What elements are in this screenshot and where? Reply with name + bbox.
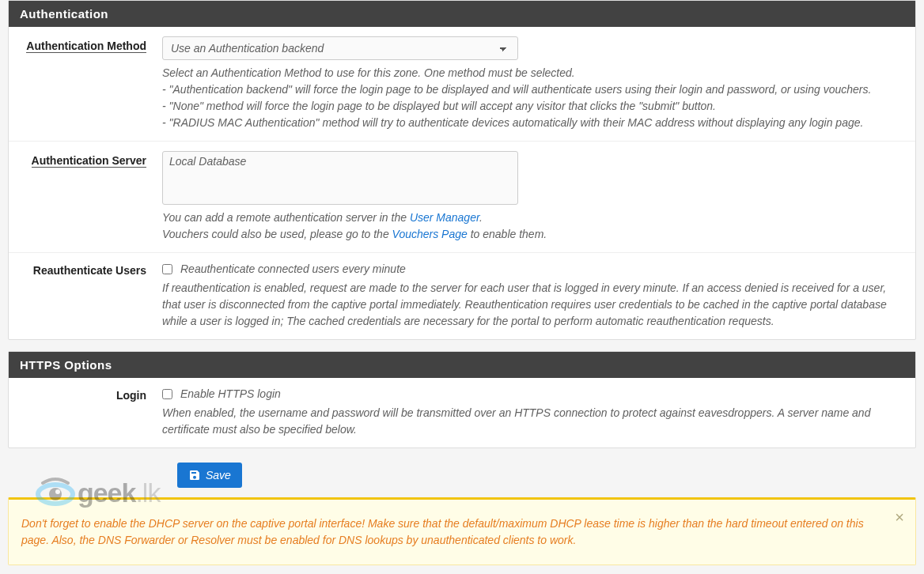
vouchers-page-link[interactable]: Vouchers Page bbox=[392, 228, 468, 240]
auth-method-label: Authentication Method bbox=[20, 36, 162, 131]
auth-method-row: Authentication Method Use an Authenticat… bbox=[9, 27, 915, 142]
auth-server-select[interactable]: Local Database bbox=[162, 151, 518, 205]
dhcp-warning-alert: × Don't forget to enable the DHCP server… bbox=[8, 497, 916, 565]
close-icon[interactable]: × bbox=[895, 509, 904, 525]
reauth-checkbox-label: Reauthenticate connected users every min… bbox=[180, 262, 406, 275]
alert-text: Don't forget to enable the DHCP server o… bbox=[21, 517, 864, 546]
reauth-row: Reauthenticate Users Reauthenticate conn… bbox=[9, 253, 915, 339]
https-login-checkbox-label: Enable HTTPS login bbox=[180, 387, 281, 400]
https-login-label: Login bbox=[20, 387, 162, 438]
user-manager-link[interactable]: User Manager bbox=[410, 211, 479, 224]
auth-server-help: You can add a remote authentication serv… bbox=[162, 210, 904, 243]
auth-method-select[interactable]: Use an Authentication backend bbox=[162, 36, 518, 60]
actions-row: Save bbox=[8, 453, 916, 497]
https-login-help: When enabled, the username and password … bbox=[162, 405, 904, 438]
save-button[interactable]: Save bbox=[177, 463, 242, 488]
auth-server-row: Authentication Server Local Database You… bbox=[9, 142, 915, 253]
auth-server-label: Authentication Server bbox=[20, 151, 162, 243]
authentication-panel: Authentication Authentication Method Use… bbox=[8, 0, 916, 340]
save-icon bbox=[188, 469, 201, 481]
https-login-row: Login Enable HTTPS login When enabled, t… bbox=[9, 378, 915, 447]
reauth-label: Reauthenticate Users bbox=[20, 262, 162, 330]
authentication-header: Authentication bbox=[9, 1, 915, 27]
https-login-checkbox[interactable] bbox=[162, 389, 172, 399]
reauth-checkbox[interactable] bbox=[162, 264, 172, 274]
https-options-header: HTTPS Options bbox=[9, 352, 915, 378]
auth-method-help: Select an Authentication Method to use f… bbox=[162, 65, 904, 131]
https-options-panel: HTTPS Options Login Enable HTTPS login W… bbox=[8, 351, 916, 448]
reauth-help: If reauthentication is enabled, request … bbox=[162, 280, 904, 330]
